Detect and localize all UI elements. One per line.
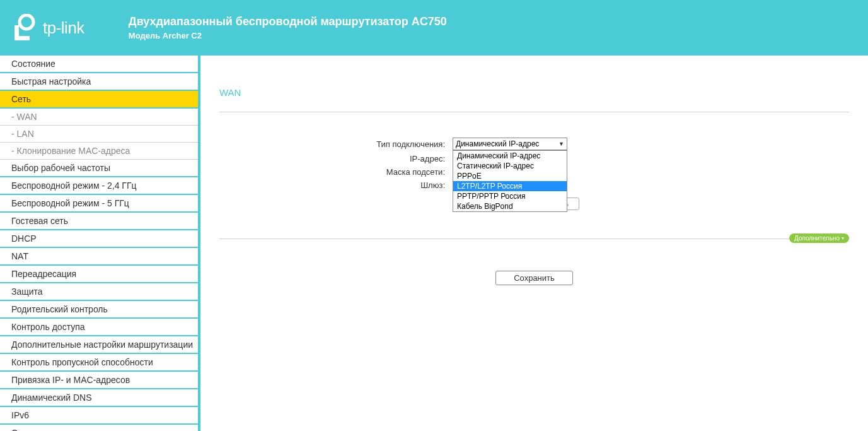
sidebar-item[interactable]: Беспроводной режим - 2,4 ГГц <box>0 177 198 195</box>
sidebar-subitem[interactable]: - WAN <box>0 109 198 126</box>
advanced-label: Дополнительно <box>794 235 840 242</box>
svg-point-0 <box>20 15 33 29</box>
header-titles: Двухдиапазонный беспроводной маршрутизат… <box>129 15 447 40</box>
header: tp-link Двухдиапазонный беспроводной мар… <box>0 0 868 56</box>
dropdown-option[interactable]: Динамический IP-адрес <box>453 151 567 161</box>
sidebar-item[interactable]: Системные инструменты <box>0 425 198 431</box>
brand-text: tp-link <box>43 18 84 38</box>
ip-address-label: IP-адрес: <box>219 154 453 163</box>
dropdown-option[interactable]: Статический IP-адрес <box>453 161 567 171</box>
sidebar-item[interactable]: Состояние <box>0 56 198 73</box>
sidebar-subitem[interactable]: - LAN <box>0 126 198 143</box>
chevron-down-icon: ▼ <box>558 141 564 147</box>
connection-type-label: Тип подключения: <box>219 139 453 149</box>
logo: tp-link <box>13 14 84 42</box>
sidebar-subitem[interactable]: - Клонирование MAC-адреса <box>0 143 198 160</box>
dropdown-option[interactable]: Кабель BigPond <box>453 201 567 211</box>
svg-rect-2 <box>14 36 30 40</box>
advanced-toggle[interactable]: Дополнительно ▾ <box>789 233 849 243</box>
sidebar-item[interactable]: Динамический DNS <box>0 389 198 407</box>
dropdown-option[interactable]: PPPoE <box>453 171 567 181</box>
sidebar-item[interactable]: Контроль доступа <box>0 319 198 336</box>
content-title: WAN <box>219 87 849 112</box>
select-value: Динамический IP-адрес <box>456 139 539 148</box>
subnet-mask-label: Маска подсети: <box>219 167 453 177</box>
connection-type-select[interactable]: Динамический IP-адрес ▼ <box>453 138 567 150</box>
sidebar-item[interactable]: Родительский контроль <box>0 301 198 319</box>
sidebar-item[interactable]: Переадресация <box>0 266 198 283</box>
sidebar-item[interactable]: Гостевая сеть <box>0 213 198 230</box>
sidebar-item[interactable]: IPv6 <box>0 407 198 425</box>
divider: Дополнительно ▾ <box>219 239 849 239</box>
dropdown-option[interactable]: L2TP/L2TP Россия <box>453 181 567 191</box>
sidebar-item[interactable]: DHCP <box>0 230 198 248</box>
save-button[interactable]: Сохранить <box>495 271 573 285</box>
connection-type-row: Тип подключения: Динамический IP-адрес ▼… <box>219 138 849 150</box>
chevron-down-icon: ▾ <box>842 235 844 241</box>
sidebar-item[interactable]: Выбор рабочей частоты <box>0 160 198 177</box>
sidebar-item[interactable]: Дополнительные настройки маршрутизации <box>0 336 198 354</box>
save-row: Сохранить <box>219 271 849 285</box>
page-title: Двухдиапазонный беспроводной маршрутизат… <box>129 15 447 28</box>
sidebar-item[interactable]: Защита <box>0 283 198 301</box>
sidebar-item[interactable]: Быстрая настройка <box>0 73 198 91</box>
sidebar-item[interactable]: NAT <box>0 248 198 266</box>
sidebar-item[interactable]: Привязка IP- и MAC-адресов <box>0 372 198 389</box>
tp-link-logo-icon <box>13 14 38 42</box>
connection-type-dropdown: Динамический IP-адресСтатический IP-адре… <box>453 150 567 212</box>
sidebar-item[interactable]: Сеть <box>0 91 198 109</box>
sidebar-item[interactable]: Контроль пропускной способности <box>0 354 198 372</box>
dropdown-option[interactable]: PPTP/PPTP Россия <box>453 191 567 201</box>
content-area: WAN Тип подключения: Динамический IP-адр… <box>200 56 868 431</box>
sidebar-item[interactable]: Беспроводной режим - 5 ГГц <box>0 195 198 213</box>
sidebar: СостояниеБыстрая настройкаСеть- WAN- LAN… <box>0 56 200 431</box>
gateway-label: Шлюз: <box>219 180 453 190</box>
model-text: Модель Archer C2 <box>129 31 447 40</box>
